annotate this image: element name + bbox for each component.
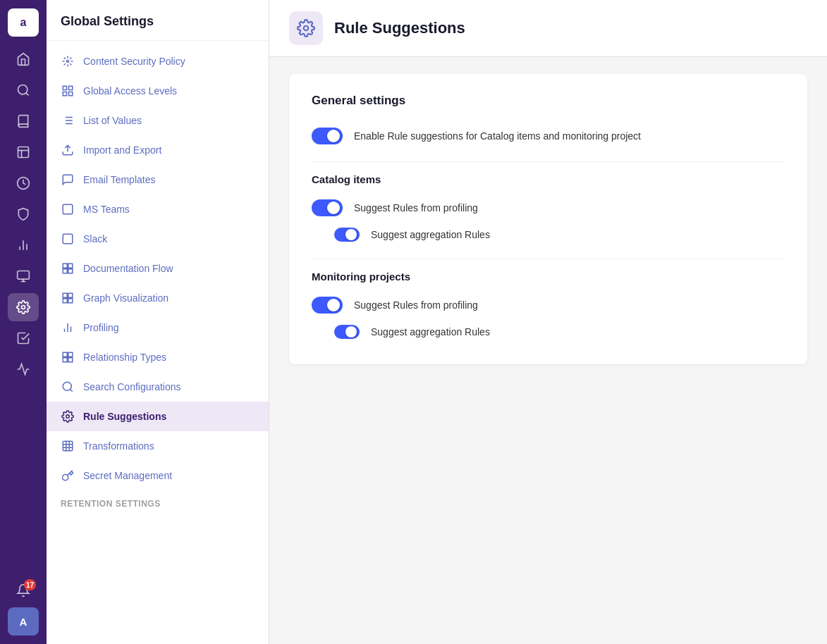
relationship-types-icon	[61, 350, 75, 364]
shield-icon[interactable]	[8, 200, 39, 228]
documentation-flow-icon	[61, 261, 75, 275]
content-security-icon	[61, 54, 75, 68]
svg-rect-41	[68, 358, 73, 362]
sidebar-item-graph-visualization[interactable]: Graph Visualization	[47, 283, 269, 313]
sidebar-item-rule-suggestions[interactable]: Rule Suggestions	[47, 402, 269, 431]
global-access-icon	[61, 84, 75, 98]
catalog-suggest-profiling-row: Suggest Rules from profiling	[312, 194, 785, 222]
list-of-values-icon	[61, 113, 75, 128]
main-content: Rule Suggestions General settings Enable…	[269, 0, 827, 644]
enable-rule-suggestions-row: Enable Rule suggestions for Catalog item…	[312, 122, 785, 150]
svg-rect-25	[63, 204, 73, 214]
sidebar-item-email-templates[interactable]: Email Templates	[47, 165, 269, 194]
catalog-items-title: Catalog items	[312, 173, 785, 185]
sidebar-item-import-export[interactable]: Import and Export	[47, 135, 269, 165]
svg-rect-2	[18, 147, 29, 158]
notifications-icon[interactable]: 17	[8, 576, 39, 605]
sidebar: Global Settings Content Security Policy …	[47, 0, 269, 644]
icon-bar: a 17 A	[0, 0, 47, 644]
profiling-icon	[61, 321, 75, 335]
charts-icon[interactable]	[8, 169, 39, 197]
svg-rect-26	[63, 234, 73, 244]
search-icon[interactable]	[8, 76, 39, 104]
sidebar-item-documentation-flow-label: Documentation Flow	[83, 263, 173, 274]
catalog-suggest-profiling-label: Suggest Rules from profiling	[354, 202, 478, 213]
sidebar-item-transformations[interactable]: Transformations	[47, 431, 269, 461]
graph-visualization-icon	[61, 291, 75, 305]
sidebar-item-profiling[interactable]: Profiling	[47, 313, 269, 342]
home-icon[interactable]	[8, 45, 39, 73]
monitoring-suggest-aggregation-toggle[interactable]	[334, 325, 360, 339]
sidebar-item-list-of-values-label: List of Values	[83, 115, 142, 126]
transformations-icon	[61, 439, 75, 453]
sidebar-item-graph-visualization-label: Graph Visualization	[83, 292, 169, 304]
sidebar-item-global-access-label: Global Access Levels	[83, 85, 177, 97]
pulse-icon[interactable]	[8, 355, 39, 383]
sidebar-item-slack[interactable]: Slack	[47, 224, 269, 254]
search-configurations-icon	[61, 380, 75, 394]
monitoring-suggest-profiling-toggle[interactable]	[312, 297, 343, 314]
main-header: Rule Suggestions	[269, 0, 827, 57]
svg-point-13	[67, 61, 69, 63]
enable-rule-suggestions-toggle[interactable]	[312, 128, 343, 144]
svg-rect-27	[63, 264, 67, 268]
sidebar-item-slack-label: Slack	[83, 233, 107, 244]
settings-card: General settings Enable Rule suggestions…	[289, 74, 807, 364]
svg-rect-31	[63, 293, 67, 297]
monitoring-suggest-aggregation-row: Suggest aggregation Rules	[312, 319, 785, 345]
catalog-icon[interactable]	[8, 107, 39, 135]
sidebar-item-content-security[interactable]: Content Security Policy	[47, 47, 269, 76]
svg-point-0	[18, 85, 27, 94]
svg-rect-32	[68, 293, 73, 297]
svg-point-12	[22, 306, 25, 309]
sidebar-item-ms-teams[interactable]: MS Teams	[47, 194, 269, 224]
sidebar-item-profiling-label: Profiling	[83, 322, 119, 333]
ms-teams-icon	[61, 202, 75, 216]
enable-rule-suggestions-label: Enable Rule suggestions for Catalog item…	[354, 130, 641, 142]
bar-chart-icon[interactable]	[8, 231, 39, 259]
monitor-icon[interactable]	[8, 262, 39, 290]
sidebar-item-documentation-flow[interactable]: Documentation Flow	[47, 254, 269, 283]
user-avatar-icon[interactable]: A	[8, 607, 39, 636]
svg-point-44	[66, 415, 70, 419]
import-export-icon	[61, 143, 75, 157]
retention-settings-section-label: Retention Settings	[47, 490, 269, 512]
sidebar-item-secret-management[interactable]: Secret Management	[47, 461, 269, 490]
general-settings-title: General settings	[312, 94, 785, 108]
sidebar-nav: Content Security Policy Global Access Le…	[47, 41, 269, 644]
check-tasks-icon[interactable]	[8, 324, 39, 352]
sidebar-item-content-security-label: Content Security Policy	[83, 56, 185, 67]
svg-rect-17	[63, 92, 66, 96]
catalog-suggest-profiling-toggle[interactable]	[312, 199, 343, 216]
rule-suggestions-icon	[61, 409, 75, 423]
svg-line-43	[70, 389, 72, 391]
sidebar-item-search-configurations[interactable]: Search Configurations	[47, 372, 269, 402]
settings-icon[interactable]	[8, 293, 39, 321]
svg-rect-34	[68, 299, 73, 303]
sidebar-item-import-export-label: Import and Export	[83, 144, 161, 156]
svg-rect-45	[63, 441, 73, 451]
reports-icon[interactable]	[8, 138, 39, 166]
notification-badge: 17	[24, 579, 36, 590]
sidebar-item-relationship-types-label: Relationship Types	[83, 352, 166, 363]
catalog-suggest-aggregation-row: Suggest aggregation Rules	[312, 222, 785, 247]
main-body: General settings Enable Rule suggestions…	[269, 57, 827, 644]
secret-management-icon	[61, 469, 75, 483]
svg-rect-33	[63, 299, 67, 303]
sidebar-item-relationship-types[interactable]: Relationship Types	[47, 342, 269, 372]
svg-rect-15	[69, 86, 73, 89]
sidebar-item-global-access[interactable]: Global Access Levels	[47, 76, 269, 106]
sidebar-title: Global Settings	[47, 0, 269, 41]
svg-line-1	[26, 93, 29, 96]
svg-rect-9	[18, 271, 30, 280]
sidebar-item-secret-management-label: Secret Management	[83, 470, 172, 481]
divider-2	[312, 259, 785, 259]
email-templates-icon	[61, 173, 75, 187]
sidebar-item-list-of-values[interactable]: List of Values	[47, 106, 269, 135]
app-logo[interactable]: a	[8, 8, 39, 37]
sidebar-item-email-templates-label: Email Templates	[83, 174, 155, 185]
page-icon	[289, 11, 323, 45]
catalog-suggest-aggregation-toggle[interactable]	[334, 228, 360, 242]
sidebar-item-transformations-label: Transformations	[83, 440, 154, 452]
svg-rect-40	[63, 358, 67, 362]
